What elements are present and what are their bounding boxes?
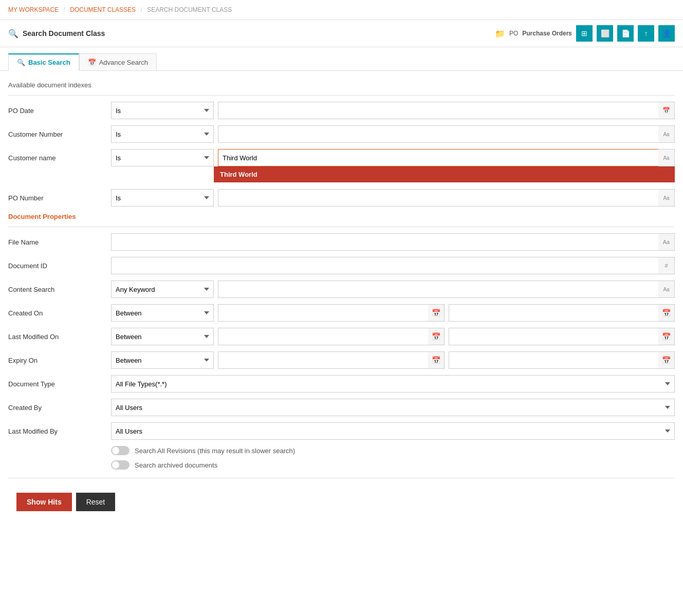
case-icon-customer-name: Aa [658, 149, 675, 166]
toolbar-file-btn[interactable]: 📄 [617, 25, 634, 42]
field-last-modified-by: Last Modified By All Users [8, 422, 675, 440]
operator-po-date[interactable]: Is Is Not Between Before After [111, 102, 214, 119]
date-to-wrap-expiry-on: 📅 [449, 351, 675, 369]
breadcrumb-current: SEARCH DOCUMENT CLASS [147, 6, 232, 13]
hash-icon-document-id: # [658, 257, 675, 274]
label-file-name: File Name [8, 238, 111, 246]
toolbar-user-btn[interactable]: 👤 [658, 25, 675, 42]
label-customer-name: Customer name [8, 154, 111, 162]
advance-search-icon: 📅 [88, 59, 96, 66]
calendar-from-last-modified-on[interactable]: 📅 [428, 328, 445, 345]
toggle-search-archived-label: Search archived documents [135, 461, 217, 469]
calendar-from-created-on[interactable]: 📅 [428, 304, 445, 322]
tab-basic-search-label: Basic Search [28, 59, 70, 66]
case-icon-customer-number: Aa [658, 125, 675, 143]
autocomplete-dropdown[interactable]: Third World [214, 166, 675, 182]
select-last-modified-by[interactable]: All Users [111, 422, 675, 440]
label-document-id: Document ID [8, 262, 111, 270]
date-from-created-on[interactable] [218, 304, 445, 322]
field-created-by: Created By All Users [8, 399, 675, 416]
field-file-name: File Name Aa [8, 233, 675, 251]
input-wrap-content-search: Aa [218, 281, 675, 298]
case-icon-file-name: Aa [658, 233, 675, 251]
input-po-number[interactable] [218, 189, 675, 207]
label-po-date: PO Date [8, 107, 111, 115]
toggle-search-all-revisions[interactable] [111, 446, 130, 455]
calendar-to-last-modified-on[interactable]: 📅 [658, 328, 675, 345]
field-document-id: Document ID # [8, 257, 675, 274]
doc-properties-title: Document Properties [8, 213, 675, 220]
date-range-created-on: 📅 📅 [218, 304, 675, 322]
date-range-last-modified-on: 📅 📅 [218, 328, 675, 345]
input-po-date[interactable] [218, 102, 675, 119]
tab-basic-search[interactable]: 🔍 Basic Search [8, 53, 79, 71]
input-file-name[interactable] [111, 233, 675, 251]
operator-expiry-on[interactable]: Between Is Before After [111, 351, 214, 369]
toolbar-monitor-btn[interactable]: ⬜ [597, 25, 613, 42]
label-expiry-on: Expiry On [8, 357, 111, 364]
bottom-divider [8, 478, 675, 478]
input-wrap-customer-number: Aa [218, 125, 675, 143]
operator-content-search[interactable]: Any Keyword All Keywords Exact Phrase [111, 281, 214, 298]
label-last-modified-on: Last Modified On [8, 333, 111, 341]
field-last-modified-on: Last Modified On Between Is Before After… [8, 328, 675, 345]
label-po-number: PO Number [8, 194, 111, 202]
folder-label: PO [509, 30, 518, 37]
input-wrap-po-date: 📅 [218, 102, 675, 119]
select-created-by[interactable]: All Users [111, 399, 675, 416]
toggle-search-all-revisions-label: Search All Revisions (this may result in… [135, 447, 295, 455]
form-area: Available document indexes PO Date Is Is… [0, 71, 683, 526]
toggle-search-archived[interactable] [111, 460, 130, 470]
input-content-search[interactable] [218, 281, 675, 298]
operator-customer-name[interactable]: Is Is Not Contains [111, 149, 214, 166]
toggle-search-all-revisions-row: Search All Revisions (this may result in… [8, 446, 675, 455]
reset-button[interactable]: Reset [76, 493, 116, 511]
date-to-last-modified-on[interactable] [449, 328, 675, 345]
field-customer-name: Customer name Is Is Not Contains Aa Thir… [8, 149, 675, 166]
tab-advance-search-label: Advance Search [99, 59, 148, 66]
input-customer-number[interactable] [218, 125, 675, 143]
page-header: 🔍 Search Document Class 📁 PO Purchase Or… [0, 20, 683, 47]
input-wrap-document-id: # [111, 257, 675, 274]
field-po-date: PO Date Is Is Not Between Before After 📅 [8, 102, 675, 119]
select-document-type[interactable]: All File Types(*.*) PDF Word Excel Image [111, 375, 675, 393]
field-customer-number: Customer Number Is Is Not Contains Aa [8, 125, 675, 143]
case-icon-po-number: Aa [658, 189, 675, 207]
operator-customer-number[interactable]: Is Is Not Contains [111, 125, 214, 143]
divider-2 [8, 227, 675, 227]
date-from-last-modified-on[interactable] [218, 328, 445, 345]
input-wrap-customer-name: Aa [218, 149, 675, 166]
action-buttons: Show Hits Reset [8, 487, 675, 517]
toolbar-grid-btn[interactable]: ⊞ [576, 25, 593, 42]
section-title: Available document indexes [8, 81, 675, 89]
field-created-on: Created On Between Is Before After 📅 📅 [8, 304, 675, 322]
control-last-modified-on: Between Is Before After 📅 📅 [111, 328, 675, 345]
calendar-to-created-on[interactable]: 📅 [658, 304, 675, 322]
date-from-expiry-on[interactable] [218, 351, 445, 369]
search-document-icon: 🔍 [8, 29, 19, 39]
date-to-created-on[interactable] [449, 304, 675, 322]
operator-po-number[interactable]: Is Is Not Contains [111, 189, 214, 207]
show-hits-button[interactable]: Show Hits [16, 493, 72, 511]
date-to-wrap-created-on: 📅 [449, 304, 675, 322]
date-range-expiry-on: 📅 📅 [218, 351, 675, 369]
control-expiry-on: Between Is Before After 📅 📅 [111, 351, 675, 369]
main-content: 🔍 Basic Search 📅 Advance Search Availabl… [0, 47, 683, 616]
breadcrumb-my-workspace[interactable]: MY WORKSPACE [8, 6, 59, 13]
label-content-search: Content Search [8, 286, 111, 293]
search-tabs: 🔍 Basic Search 📅 Advance Search [0, 47, 683, 71]
operator-created-on[interactable]: Between Is Before After [111, 304, 214, 322]
calendar-icon-po-date[interactable]: 📅 [658, 102, 675, 119]
calendar-to-expiry-on[interactable]: 📅 [658, 351, 675, 369]
input-customer-name[interactable] [218, 149, 675, 166]
field-expiry-on: Expiry On Between Is Before After 📅 📅 [8, 351, 675, 369]
input-wrap-po-number: Aa [218, 189, 675, 207]
date-to-expiry-on[interactable] [449, 351, 675, 369]
input-document-id[interactable] [111, 257, 675, 274]
tab-advance-search[interactable]: 📅 Advance Search [79, 53, 157, 70]
calendar-from-expiry-on[interactable]: 📅 [428, 351, 445, 369]
operator-last-modified-on[interactable]: Between Is Before After [111, 328, 214, 345]
breadcrumb-document-classes[interactable]: DOCUMENT CLASSES [70, 6, 136, 13]
toolbar-upload-btn[interactable]: ↑ [638, 25, 654, 42]
control-customer-number: Is Is Not Contains Aa [111, 125, 675, 143]
